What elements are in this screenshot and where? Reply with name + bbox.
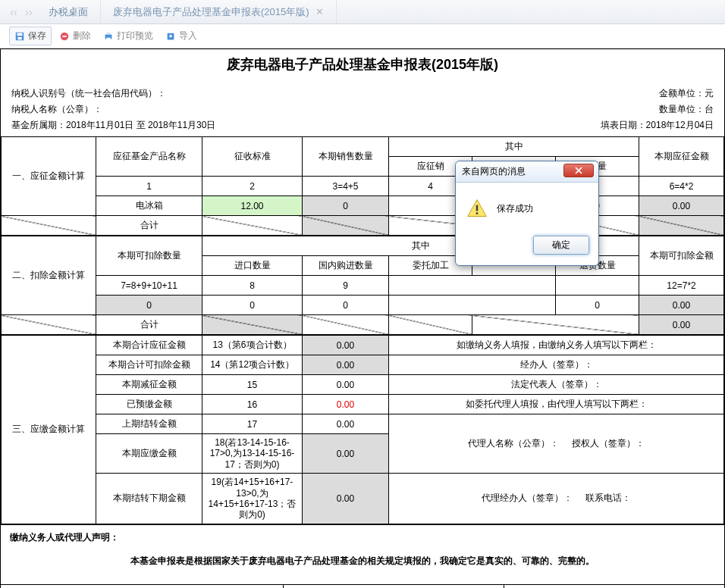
section2-label: 二、扣除金额计算 [2, 236, 96, 315]
diag-cell [639, 216, 724, 236]
taxpayer-name-label: 纳税人名称（公章）： [11, 103, 102, 116]
qty-cell: 0 [303, 196, 389, 216]
import-icon [165, 31, 176, 42]
dialog-title: 来自网页的消息 [462, 165, 526, 178]
declaration-body: 本基金申报表是根据国家关于废弃电器电子产品处理基金的相关规定填报的，我确定它是真… [10, 555, 715, 568]
dialog-body: 保存成功 [456, 183, 598, 230]
diag-cell [202, 315, 303, 335]
row-label: 本期结转下期金额 [96, 474, 202, 524]
declaration-head: 缴纳义务人或代理人声明： [10, 531, 715, 544]
svg-rect-4 [62, 36, 66, 37]
fill-date: 填表日期：2018年12月04日 [601, 119, 714, 132]
signer-line4: 如委托代理人填报，由代理人填写以下两栏： [389, 395, 724, 414]
idx-1: 1 [96, 177, 202, 196]
row-formula: 16 [202, 395, 303, 414]
report-header: 纳税人识别号（统一社会信用代码）： 金额单位：元 纳税人名称（公章）： 数量单位… [1, 87, 724, 136]
report-title: 废弃电器电子产品处理基金申报表(2015年版) [1, 55, 724, 74]
message-dialog: 来自网页的消息 保存成功 确定 [455, 161, 599, 266]
rate-cell[interactable]: 12.00 [202, 196, 303, 216]
save-icon [14, 31, 25, 42]
v3-cell[interactable]: 0 [303, 296, 389, 315]
section2-table: 二、扣除金额计算 本期可扣除数量 其中 本期可扣除金额 进口数量 国内购进数量 … [1, 236, 724, 335]
v4-cell[interactable] [389, 296, 556, 315]
svg-rect-9 [476, 205, 479, 211]
delete-button[interactable]: 删除 [55, 27, 96, 45]
idx-9: 9 [303, 276, 389, 296]
button-label: 确定 [552, 239, 570, 250]
col-ofwhich: 其中 [389, 137, 639, 157]
col-product: 应征基金产品名称 [96, 137, 202, 177]
row-value: 0.00 [303, 434, 389, 474]
subtotal-label: 合计 [96, 216, 202, 236]
dialog-footer: 确定 [456, 230, 598, 265]
section3-table: 三、应缴金额计算 本期合计应征金额 13（第6项合计数） 0.00 如缴纳义务人… [1, 335, 724, 524]
product-cell: 电冰箱 [96, 196, 202, 216]
sub-amt-cell: 0.00 [639, 315, 724, 335]
svg-rect-7 [106, 37, 110, 40]
row-formula: 18(若13-14-15-16-17>0,为13-14-15-16-17；否则为… [202, 434, 303, 474]
col-amount: 本期可扣除金额 [639, 236, 724, 276]
dialog-close-button[interactable] [563, 164, 594, 177]
button-label: 导入 [179, 30, 197, 42]
idx-12: 12=7*2 [639, 276, 724, 296]
section1-label: 一、应征金额计算 [2, 137, 96, 216]
tab-close-icon[interactable]: ✕ [315, 6, 324, 17]
row-value[interactable]: 0.00 [303, 395, 389, 414]
idx-hidden2 [556, 276, 639, 296]
idx-6: 6=4*2 [639, 177, 724, 196]
row-formula: 14（第12项合计数） [202, 355, 303, 375]
row-value: 0.00 [303, 355, 389, 375]
svg-rect-10 [476, 212, 479, 214]
button-label: 打印预览 [117, 30, 153, 42]
col-import: 进口数量 [202, 256, 303, 276]
delete-icon [59, 31, 70, 42]
diag-cell [2, 216, 96, 236]
row-label: 已预缴金额 [96, 395, 202, 414]
subtotal-label: 合计 [96, 315, 202, 335]
footer-handler: 受理人： [284, 585, 504, 588]
svg-rect-2 [17, 36, 21, 39]
amt-cell: 0.00 [639, 296, 724, 315]
warning-icon [466, 198, 488, 219]
row-label: 本期应缴金额 [96, 434, 202, 474]
contact-phone-label: 联系电话： [585, 493, 631, 503]
diag-cell [202, 216, 303, 236]
top-nav: ‹‹ ›› 办税桌面 废弃电器电子产品处理基金申报表(2015年版) ✕ [0, 0, 725, 24]
idx-2: 2 [202, 177, 303, 196]
button-label: 删除 [73, 30, 91, 42]
print-preview-button[interactable]: 打印预览 [99, 27, 158, 45]
close-icon [574, 167, 583, 174]
diag-cell [472, 315, 639, 335]
footer-date: 受理日期： 年 月 日 [504, 585, 724, 588]
authorizer-label: 授权人（签章）： [572, 438, 645, 449]
ok-button[interactable]: 确定 [533, 236, 589, 255]
tab-desktop[interactable]: 办税桌面 [36, 0, 101, 24]
nav-back-icon[interactable]: ‹‹ [6, 5, 21, 20]
save-button[interactable]: 保存 [9, 27, 52, 45]
signer-line1: 如缴纳义务人填报，由缴纳义务人填写以下两栏： [389, 336, 724, 355]
period-label: 基金所属期：2018年11月01日 至 2018年11月30日 [11, 119, 215, 132]
idx-3: 3=4+5 [303, 177, 389, 196]
row-label: 上期结转金额 [96, 414, 202, 434]
section3-label: 三、应缴金额计算 [2, 336, 96, 524]
row-value[interactable]: 0.00 [303, 375, 389, 395]
amt-cell: 0.00 [639, 196, 724, 216]
row-value[interactable]: 0.00 [303, 414, 389, 434]
import-button[interactable]: 导入 [161, 27, 202, 45]
signer-line5: 代理人名称（公章）： 授权人（签章）： [389, 414, 724, 474]
col-deduct-qty: 本期可扣除数量 [96, 236, 202, 276]
v5-cell[interactable]: 0 [556, 296, 639, 315]
toolbar: 保存 删除 打印预览 导入 [0, 24, 725, 48]
dialog-title-bar[interactable]: 来自网页的消息 [456, 161, 598, 183]
v2-cell[interactable]: 0 [202, 296, 303, 315]
row-label: 本期合计应征金额 [96, 336, 202, 355]
idx-7: 7=8+9+10+11 [96, 276, 202, 296]
tab-report[interactable]: 废弃电器电子产品处理基金申报表(2015年版) ✕ [101, 0, 337, 24]
agent-name-label: 代理人名称（公章）： [468, 438, 559, 449]
footer-authority: 受理税务机关： [1, 585, 284, 588]
row-value: 0.00 [303, 474, 389, 524]
nav-forward-icon[interactable]: ›› [21, 5, 36, 20]
row-formula: 13（第6项合计数） [202, 336, 303, 355]
col-amount: 本期应征金额 [639, 137, 724, 177]
declaration: 缴纳义务人或代理人声明： 本基金申报表是根据国家关于废弃电器电子产品处理基金的相… [1, 524, 724, 584]
